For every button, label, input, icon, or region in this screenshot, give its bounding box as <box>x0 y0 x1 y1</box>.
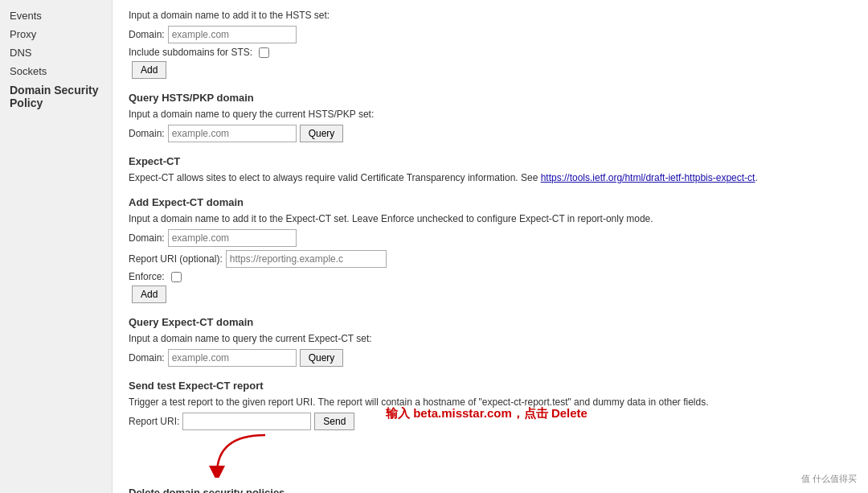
query-hsts-title: Query HSTS/PKP domain <box>129 92 852 104</box>
send-test-button[interactable]: Send <box>314 413 354 430</box>
sidebar-item-proxy[interactable]: Proxy <box>0 25 112 43</box>
add-expect-ct-domain-input[interactable] <box>168 229 297 247</box>
section-send-test: Send test Expect-CT report Trigger a tes… <box>129 380 852 474</box>
send-test-title: Send test Expect-CT report <box>129 380 852 392</box>
query-hsts-domain-row: Domain: Query <box>129 125 852 142</box>
arrow-container <box>201 433 852 474</box>
add-hsts-desc: Input a domain name to add it to the HST… <box>129 10 852 21</box>
query-expect-ct-domain-row: Domain: Query <box>129 349 852 367</box>
section-add-expect-ct: Add Expect-CT domain Input a domain name… <box>129 196 852 303</box>
expect-ct-title: Expect-CT <box>129 155 852 167</box>
sidebar-item-sockets[interactable]: Sockets <box>0 62 112 80</box>
section-query-hsts: Query HSTS/PKP domain Input a domain nam… <box>129 92 852 142</box>
watermark: 值 什么值得买 <box>796 471 862 487</box>
query-expect-ct-title: Query Expect-CT domain <box>129 316 852 328</box>
sidebar: Events Proxy DNS Sockets Domain Security… <box>0 0 113 493</box>
expect-ct-desc: Expect-CT allows sites to elect to alway… <box>129 172 852 183</box>
query-expect-ct-desc: Input a domain name to query the current… <box>129 333 852 344</box>
add-expect-ct-domain-row: Domain: <box>129 229 852 247</box>
section-expect-ct-info: Expect-CT Expect-CT allows sites to elec… <box>129 155 852 183</box>
add-hsts-button[interactable]: Add <box>132 61 166 79</box>
add-expect-ct-domain-label: Domain: <box>129 232 165 244</box>
add-expect-ct-uri-label: Report URI (optional): <box>129 253 223 265</box>
query-expect-ct-button[interactable]: Query <box>300 349 344 367</box>
query-hsts-desc: Input a domain name to query the current… <box>129 109 852 120</box>
send-test-uri-input[interactable] <box>182 413 311 430</box>
add-expect-ct-button[interactable]: Add <box>132 286 166 303</box>
include-subdomains-checkbox[interactable] <box>259 47 269 58</box>
send-test-uri-row: Report URI: Send 输入 beta.misstar.com，点击 … <box>129 413 852 430</box>
section-add-hsts: Input a domain name to add it to the HST… <box>129 10 852 79</box>
query-hsts-button[interactable]: Query <box>300 125 344 142</box>
query-expect-ct-domain-input[interactable] <box>168 349 297 367</box>
add-expect-ct-desc: Input a domain name to add it to the Exp… <box>129 213 852 224</box>
query-hsts-domain-input[interactable] <box>168 125 297 142</box>
red-arrow-icon <box>201 433 281 478</box>
section-query-expect-ct: Query Expect-CT domain Input a domain na… <box>129 316 852 367</box>
enforce-checkbox[interactable] <box>171 272 182 282</box>
query-hsts-domain-label: Domain: <box>129 128 165 139</box>
sidebar-item-events[interactable]: Events <box>0 6 112 25</box>
add-hsts-domain-label: Domain: <box>129 29 165 40</box>
include-subdomains-label: Include subdomains for STS: <box>129 47 252 58</box>
add-expect-ct-btn-block: Add <box>129 286 852 303</box>
expect-ct-link[interactable]: https://tools.ietf.org/html/draft-ietf-h… <box>541 172 755 183</box>
send-test-uri-label: Report URI: <box>129 416 179 427</box>
section-delete-policies: Delete domain security policies Input a … <box>129 487 852 493</box>
query-expect-ct-domain-label: Domain: <box>129 352 165 364</box>
add-expect-ct-title: Add Expect-CT domain <box>129 196 852 208</box>
add-hsts-domain-input[interactable] <box>168 26 297 43</box>
add-expect-ct-enforce-row: Enforce: <box>129 271 852 282</box>
enforce-label: Enforce: <box>129 271 165 282</box>
add-hsts-checkbox-row: Include subdomains for STS: <box>129 47 852 58</box>
add-hsts-domain-row: Domain: <box>129 26 852 43</box>
add-expect-ct-uri-input[interactable] <box>226 250 387 268</box>
sidebar-item-dns[interactable]: DNS <box>0 43 112 62</box>
delete-policies-title: Delete domain security policies <box>129 487 852 493</box>
add-hsts-btn-block: Add <box>129 61 852 79</box>
annotation-text: 输入 beta.misstar.com，点击 Delete <box>386 406 588 421</box>
main-content: Input a domain name to add it to the HST… <box>113 0 868 493</box>
add-expect-ct-uri-row: Report URI (optional): <box>129 250 852 268</box>
sidebar-item-domain-security-policy[interactable]: Domain Security Policy <box>0 80 112 113</box>
